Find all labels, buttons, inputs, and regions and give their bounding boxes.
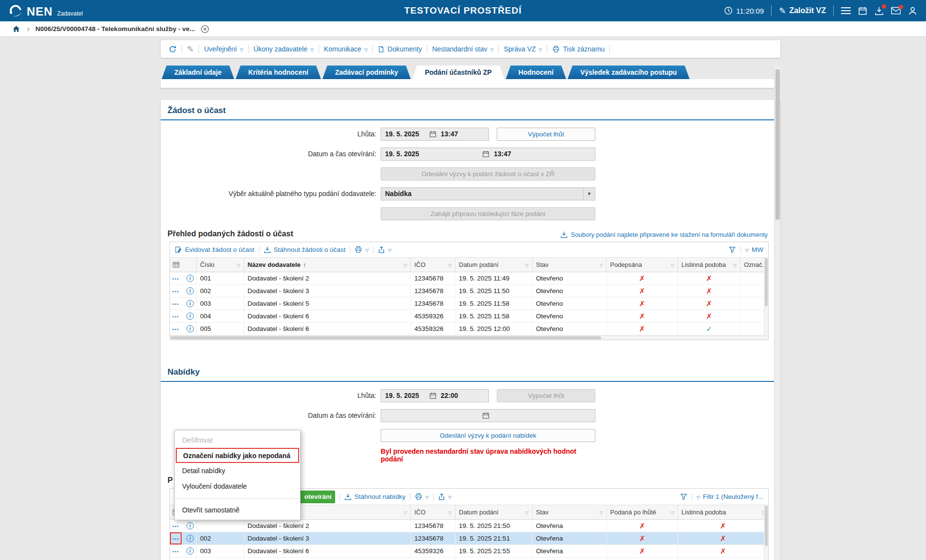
filter-caret-icon[interactable]	[597, 261, 603, 268]
filter-caret-icon[interactable]	[401, 261, 407, 268]
menu-nestandardni-stav[interactable]: Nestandardní stav	[432, 45, 494, 53]
header-ico[interactable]: IČO	[411, 505, 455, 519]
row-menu-button[interactable]	[172, 547, 179, 555]
otevirani-datetime-field[interactable]	[381, 409, 595, 422]
nen-logo[interactable]: NEN Zadavatel	[9, 4, 83, 17]
header-datum[interactable]: Datum podání	[455, 505, 533, 519]
menu-dokumenty[interactable]: Dokumenty	[378, 45, 422, 53]
breadcrumb-record[interactable]: N006/25/V00004748 - Telekomunikační služ…	[35, 25, 195, 33]
print-record-button[interactable]: Tisk záznamu	[552, 45, 605, 53]
zahajit-fazi-button[interactable]: Zahájit přípravu následující fáze podání	[381, 207, 595, 220]
row-menu-button[interactable]	[172, 522, 179, 529]
header-podepsana[interactable]: Podepsána	[606, 258, 678, 272]
odeslani-vyzvy-nabidek-button[interactable]: Odeslání výzvy k podání nabídek	[381, 429, 595, 442]
info-icon[interactable]	[186, 275, 194, 282]
horizontal-scrollbar[interactable]	[170, 335, 768, 340]
row-menu-button[interactable]	[172, 287, 179, 295]
typ-podani-select[interactable]: Nabídka	[381, 187, 595, 200]
menu-item-desifrovat[interactable]: Dešifrovat	[175, 432, 300, 448]
filter-caret-icon[interactable]	[235, 261, 240, 268]
filter-caret-icon[interactable]	[597, 509, 603, 516]
header-nazev[interactable]: Název dodavatele	[244, 258, 411, 272]
otevirani-datetime-field[interactable]: 19. 5. 2025 13:47	[381, 148, 595, 161]
info-icon[interactable]	[186, 535, 194, 542]
header-settings[interactable]	[170, 258, 197, 272]
filter-caret-icon[interactable]	[731, 261, 737, 268]
filter-caret-icon[interactable]	[523, 261, 529, 268]
info-icon[interactable]	[186, 325, 194, 332]
row-menu-button[interactable]	[172, 275, 179, 282]
evidovat-zadost-button[interactable]: Evidovat žádost o účast	[175, 246, 254, 253]
edit-record-button[interactable]	[187, 44, 194, 54]
tab-vysledek[interactable]: Výsledek zadávacího postupu	[568, 66, 690, 79]
calendar-icon[interactable]	[482, 412, 489, 419]
filter-button[interactable]	[728, 246, 736, 253]
table-row[interactable]: 002 Dodavatel - školení 3 12345678 19. 5…	[170, 285, 768, 297]
vertical-scrollbar[interactable]	[764, 505, 768, 560]
stahnout-nabidky-button[interactable]: Stáhnout nabídky	[344, 493, 405, 500]
user-button[interactable]	[908, 6, 917, 16]
calendar-icon[interactable]	[429, 131, 437, 138]
header-ico[interactable]: IČO	[411, 258, 455, 272]
back-button[interactable]	[168, 45, 177, 53]
print-table-button[interactable]	[354, 246, 369, 253]
scrollbar-thumb[interactable]	[775, 69, 780, 220]
export-table-button[interactable]	[378, 246, 391, 253]
tab-podani-ucastniku[interactable]: Podání účastníků ZP	[412, 66, 505, 79]
home-icon[interactable]	[12, 25, 21, 33]
print-table-button[interactable]	[415, 493, 429, 500]
filter-caret-icon[interactable]	[668, 261, 674, 268]
menu-uverejneni[interactable]: Uveřejnění	[204, 45, 243, 53]
info-icon[interactable]	[186, 522, 194, 529]
header-podana-po-lhute[interactable]: Podaná po lhůtě	[607, 505, 678, 519]
calendar-button[interactable]	[858, 6, 867, 16]
row-menu-button-active[interactable]	[172, 535, 179, 542]
close-record-icon[interactable]	[201, 25, 209, 33]
page-scrollbar[interactable]	[774, 66, 780, 560]
files-download-link[interactable]: Soubory podání najdete připravené ke sta…	[560, 231, 768, 238]
messages-button[interactable]	[891, 7, 901, 15]
filter-caret-icon[interactable]	[446, 509, 452, 516]
calendar-icon[interactable]	[429, 392, 437, 399]
filter-caret-icon[interactable]	[523, 509, 529, 516]
menu-item-oznaceni-nepodana[interactable]: Označení nabídky jako nepodaná	[176, 448, 299, 463]
table-row[interactable]: 003 Dodavatel - školení 5 12345678 19. 5…	[170, 297, 768, 310]
view-select-button[interactable]: MW	[745, 246, 763, 253]
table-row-selected[interactable]: 002 Dodavatel - školení 3 12345678 19. 5…	[170, 532, 768, 545]
active-filter-button[interactable]: Filtr 1 (Neuložený f...	[697, 493, 763, 500]
info-icon[interactable]	[186, 300, 194, 307]
filter-caret-icon[interactable]	[668, 509, 674, 516]
info-icon[interactable]	[186, 547, 194, 555]
table-row[interactable]: Dodavatel - školení 2 12345678 19. 5. 20…	[170, 520, 768, 532]
odeslani-vyzvy-button[interactable]: Odeslání výzvy k podání žádostí o účast …	[381, 167, 595, 181]
scrollbar-thumb[interactable]	[765, 258, 768, 306]
header-listinna[interactable]: Listinná podoba	[678, 505, 768, 519]
export-table-button[interactable]	[438, 493, 452, 500]
menu-icon[interactable]	[841, 7, 851, 15]
vypocet-lhut-button[interactable]: Výpočet lhůt	[497, 389, 595, 402]
header-stav[interactable]: Stav	[533, 505, 607, 519]
filter-button[interactable]	[680, 493, 688, 500]
table-row[interactable]: 001 Dodavatel - školení 2 12345678 19. 5…	[170, 272, 768, 285]
header-listinna[interactable]: Listinná podoba	[678, 258, 741, 272]
scrollbar-thumb[interactable]	[170, 336, 601, 339]
lhuta-datetime-field[interactable]: 19. 5. 2025 22:00	[381, 389, 489, 402]
header-stav[interactable]: Stav	[533, 258, 607, 272]
tab-zadavaci-podminky[interactable]: Zadávací podmínky	[322, 66, 411, 79]
filter-caret-icon[interactable]	[401, 509, 407, 516]
tab-kriteria-hodnoceni[interactable]: Kritéria hodnocení	[236, 66, 321, 79]
filter-caret-icon[interactable]	[446, 261, 452, 268]
row-menu-button[interactable]	[172, 300, 179, 307]
menu-item-detail-nabidky[interactable]: Detail nabídky	[175, 463, 300, 478]
scrollbar-thumb[interactable]	[765, 506, 768, 546]
menu-sprava-vz[interactable]: Správa VZ	[504, 45, 542, 53]
row-menu-button[interactable]	[172, 313, 179, 320]
downloads-button[interactable]	[875, 6, 884, 16]
menu-item-otevrit-samostatne[interactable]: Otevřít samostatně	[175, 502, 300, 518]
menu-item-vylouceni-dodavatele[interactable]: Vyloučení dodavatele	[175, 478, 300, 494]
row-menu-button[interactable]	[172, 325, 179, 332]
stahnout-zadosti-button[interactable]: Stáhnout žádosti o účast	[264, 246, 346, 253]
create-vz-button[interactable]: Založit VZ	[779, 6, 826, 16]
tab-hodnoceni[interactable]: Hodnocení	[506, 66, 566, 79]
vertical-scrollbar[interactable]	[764, 258, 768, 335]
